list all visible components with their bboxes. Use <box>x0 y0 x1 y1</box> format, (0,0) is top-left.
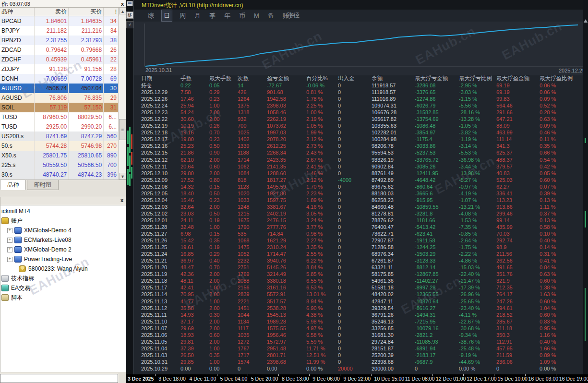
mw-row[interactable]: BPJPY211.182211.21634 <box>0 26 119 36</box>
stats-cell: 0 <box>338 170 372 177</box>
mw-row[interactable]: US200.s8741.698747.29560 <box>0 132 119 141</box>
stats-cell: 0.00 % <box>459 365 496 372</box>
mw-row[interactable]: BPNZD2.317552.3179338 <box>0 36 119 45</box>
mw-row[interactable]: ZDCAD0.796420.7966826 <box>0 45 119 55</box>
mw-column-header[interactable]: 品种 <box>0 8 35 16</box>
mw-row[interactable]: 50.s5744.285746.98270 <box>0 141 119 151</box>
mw-bid: 91.128 <box>35 64 69 74</box>
mw-spread: 700 <box>104 160 119 170</box>
stats-row: 2025.11.0326.500.3517172801.7112.51 %025… <box>141 352 583 359</box>
menu-button[interactable]: 季 <box>208 10 217 21</box>
stats-cell: 2025.11.19 <box>141 271 180 277</box>
navigator-item[interactable]: 58000233: Wang Aiyun <box>0 264 126 274</box>
stats-cell: 8.84 % <box>306 264 338 271</box>
stats-cell: 26.50 <box>180 352 209 359</box>
mw-column-header[interactable]: 卖价 <box>35 8 69 16</box>
mw-row[interactable]: ZDJPY91.12891.15628 <box>0 64 119 74</box>
stats-cell: 0 <box>338 203 372 210</box>
stats-cell: 3.77 % <box>306 224 338 230</box>
stats-cell: 311.18 <box>496 325 540 332</box>
mw-row[interactable]: 30.s48740.2748744.23396 <box>0 170 119 180</box>
time-axis-tick <box>525 374 526 376</box>
stats-column-header: 最大浮亏金额 <box>415 75 459 82</box>
stats-cell: 0.40 <box>209 257 238 264</box>
stats-cell: 105617.82 <box>372 116 415 122</box>
stats-cell: -4.11 % <box>459 311 496 318</box>
mw-symbol: AUUSD <box>0 84 35 93</box>
stats-cell: 2.00 <box>209 291 238 298</box>
expand-icon[interactable]: + <box>7 228 12 233</box>
stats-cell: -23.40 % <box>459 305 496 311</box>
stats-cell: 1188 <box>238 149 267 156</box>
mw-row[interactable]: TUSD87960.5088029.506... <box>0 112 119 122</box>
popup-titlebar[interactable]: MTDriver统计 ,V3.10 (http://mtdriver.cn) <box>134 0 583 10</box>
menu-button[interactable]: 月 <box>193 10 202 21</box>
market-watch-scrollbar[interactable]: ▲ ≡ ▼ <box>119 8 127 180</box>
scroll-down-icon[interactable]: ▼ <box>119 173 126 180</box>
close-icon[interactable]: x <box>121 0 124 8</box>
mw-row[interactable]: DCNH7.006597.0072869 <box>0 74 119 84</box>
mw-bid: 2.31755 <box>35 36 69 45</box>
stats-cell: 913.86 <box>496 203 540 210</box>
stats-row: 2025.11.0437.391.0017672951.4811.71 %028… <box>141 345 583 352</box>
market-watch-header[interactable]: 品种卖价买价! <box>0 8 119 16</box>
close-icon[interactable]: x <box>120 197 123 203</box>
menu-button[interactable]: 综 <box>146 10 156 21</box>
mw-row[interactable]: X50.s25801.7525810.65890 <box>0 151 119 160</box>
mw-row[interactable]: AGUSD76.80676.83529 <box>0 93 119 103</box>
expand-icon[interactable]: + <box>7 257 12 262</box>
time-axis-label: 16 Dec 03:00 <box>528 376 558 382</box>
mw-row[interactable]: BPCAD1.846011.8463534 <box>0 16 119 26</box>
popup-menubar: 综日周月季年币M备账户 路径 <box>134 10 583 22</box>
stats-cell: 1215 <box>238 210 267 217</box>
navigator-item[interactable]: +XMGlobal-Demo 4 <box>0 226 126 235</box>
time-axis-tick <box>402 374 402 376</box>
scroll-up-icon[interactable] <box>584 19 588 23</box>
mt4-screen: 价: 03:07:03 x 品种卖价买价! BPCAD1.846011.8463… <box>0 0 588 383</box>
mw-row[interactable]: 225.s50559.5050566.50700 <box>0 160 119 170</box>
stats-cell: -5.27 % <box>459 177 496 183</box>
mw-row[interactable]: SOIL57.11957.15031 <box>0 103 119 112</box>
stats-cell: 0.60 % <box>540 177 583 183</box>
mw-column-header[interactable]: 买价 <box>69 8 104 16</box>
navigator-item[interactable]: +PowerTrading-Live <box>0 254 126 264</box>
menu-button[interactable]: M <box>252 10 261 21</box>
navigator-item[interactable]: 账户 <box>0 216 126 226</box>
stats-cell: 2025.12.26 <box>141 96 180 102</box>
stats-cell: 0.22 <box>180 82 209 89</box>
navigator-item[interactable]: +ECMarkets-Live08 <box>0 235 126 245</box>
mw-row[interactable]: AUUSD4506.744507.0430 <box>0 84 119 93</box>
tab-tick-chart[interactable]: 即时图 <box>27 180 59 190</box>
scroll-up-icon[interactable]: ▲ <box>119 8 126 14</box>
menu-button[interactable]: 日 <box>161 10 172 22</box>
navigator-item[interactable]: +XMGlobal-Demo 2 <box>0 245 126 254</box>
mw-column-header[interactable]: ! <box>104 8 119 16</box>
menu-button[interactable]: 备 <box>266 10 276 21</box>
mw-bid: 57.119 <box>35 103 69 112</box>
tab-symbols[interactable]: 品种 <box>0 180 26 190</box>
expand-icon[interactable]: + <box>7 247 12 252</box>
mw-row[interactable]: ZDCHF0.459390.4596122 <box>0 55 119 64</box>
mw-ask: 4507.04 <box>69 84 104 93</box>
stats-cell: 2025.11.06 <box>141 332 180 338</box>
mw-symbol: AGUSD <box>0 93 35 103</box>
stats-column-header: 手数 <box>180 75 209 82</box>
navigator-item[interactable]: 技术指标 <box>0 274 126 283</box>
navigator-item[interactable]: EA交易 <box>0 283 126 293</box>
menu-button[interactable]: 币 <box>238 10 247 21</box>
navigator-item[interactable]: ickmill MT4 <box>0 206 126 216</box>
move-button[interactable]: 移 <box>126 12 133 19</box>
stats-cell: 1717 <box>238 352 267 359</box>
navigator-item[interactable]: 脚本 <box>0 293 126 302</box>
check-button[interactable]: √ <box>126 21 133 28</box>
expand-icon[interactable]: + <box>7 238 12 243</box>
scrollbar-thumb[interactable]: ≡ <box>119 119 126 140</box>
path-button[interactable]: 路径 <box>286 10 301 21</box>
mw-row[interactable]: TUSD2925.002990.206... <box>0 122 119 132</box>
menu-button[interactable]: 年 <box>223 10 232 21</box>
stats-column-header: 出入金 <box>338 75 372 82</box>
window-restore-icon[interactable] <box>127 1 133 6</box>
stats-cell: 112.91 <box>496 338 540 345</box>
menu-button[interactable]: 周 <box>178 10 187 21</box>
stats-cell: 2025.12.19 <box>141 122 180 129</box>
